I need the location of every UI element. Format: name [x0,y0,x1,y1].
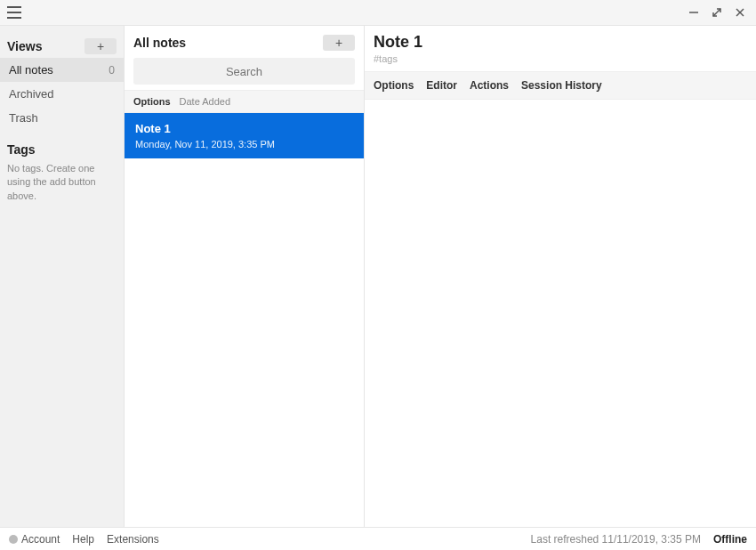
note-item-title: Note 1 [135,122,353,135]
notes-toolbar: Options Date Added [125,90,364,113]
sidebar-item-count: 0 [109,64,115,77]
plus-icon: + [335,36,342,49]
sidebar-item-trash[interactable]: Trash [0,106,124,130]
editor-editor-button[interactable]: Editor [426,79,457,92]
menu-icon[interactable] [7,6,21,19]
note-list-item[interactable]: Note 1 Monday, Nov 11, 2019, 3:35 PM [125,113,364,158]
editor-body[interactable] [365,100,756,527]
notes-column: All notes + Options Date Added Note 1 Mo… [125,26,365,527]
tags-label: Tags [7,142,36,157]
account-label: Account [21,533,60,546]
search-input[interactable] [133,58,355,85]
maximize-button[interactable] [712,7,726,18]
search-box [133,58,355,85]
tags-empty-text: No tags. Create one using the add button… [0,160,124,205]
close-button[interactable] [735,7,749,18]
editor-title[interactable]: Note 1 [374,33,747,52]
last-refreshed-text: Last refreshed 11/11/2019, 3:35 PM [531,533,701,546]
tags-header: Tags [0,137,124,160]
sync-status[interactable]: Offline [713,533,747,546]
add-view-button[interactable]: + [84,38,117,54]
editor-header: Note 1 #tags [365,26,756,66]
plus-icon: + [97,40,104,53]
minimize-button[interactable] [688,7,703,18]
titlebar [0,0,756,25]
editor-toolbar: Options Editor Actions Session History [365,71,756,100]
footer: Account Help Extensions Last refreshed 1… [0,527,756,550]
sidebar: Views + All notes 0 Archived Trash Tags … [0,26,125,527]
notes-header-label: All notes [133,36,186,50]
notes-sort-button[interactable]: Date Added [180,96,231,107]
sidebar-item-label: Trash [9,111,38,125]
help-button[interactable]: Help [72,533,94,546]
views-header: Views + [0,33,124,58]
sidebar-item-all-notes[interactable]: All notes 0 [0,58,124,82]
account-button[interactable]: Account [9,533,60,546]
sidebar-item-label: Archived [9,87,54,101]
add-note-button[interactable]: + [323,35,355,51]
notes-options-button[interactable]: Options [133,96,171,107]
editor-tags-input[interactable]: #tags [374,53,747,64]
account-icon [9,535,18,544]
editor-options-button[interactable]: Options [374,79,414,92]
sidebar-item-label: All notes [9,63,53,77]
main-area: Views + All notes 0 Archived Trash Tags … [0,25,756,527]
sidebar-item-archived[interactable]: Archived [0,82,124,106]
extensions-button[interactable]: Extensions [107,533,159,546]
editor-column: Note 1 #tags Options Editor Actions Sess… [365,26,756,527]
note-item-date: Monday, Nov 11, 2019, 3:35 PM [135,139,353,150]
editor-session-history-button[interactable]: Session History [521,79,602,92]
editor-actions-button[interactable]: Actions [470,79,509,92]
notes-header: All notes + [125,26,364,56]
views-label: Views [7,39,42,53]
